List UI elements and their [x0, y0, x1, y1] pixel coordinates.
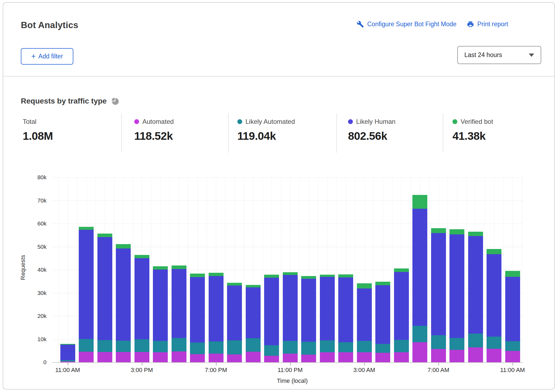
bar-segment-verified-bot[interactable] [412, 195, 427, 209]
bar-segment-likely-automated[interactable] [79, 339, 94, 352]
chart-bar[interactable] [116, 244, 131, 362]
chart-bar[interactable] [264, 275, 279, 362]
bar-segment-likely-automated[interactable] [227, 340, 242, 354]
chart-bar[interactable] [412, 195, 427, 362]
bar-segment-likely-human[interactable] [320, 277, 335, 340]
bar-segment-likely-automated[interactable] [172, 338, 186, 351]
bar-segment-likely-human[interactable] [79, 230, 94, 339]
bar-segment-automated[interactable] [209, 354, 224, 362]
bar-segment-automated[interactable] [431, 349, 446, 362]
bar-segment-automated[interactable] [172, 351, 186, 362]
bar-segment-verified-bot[interactable] [97, 234, 112, 237]
bar-segment-automated[interactable] [134, 352, 149, 363]
bar-segment-verified-bot[interactable] [431, 228, 446, 233]
bar-segment-verified-bot[interactable] [357, 283, 372, 288]
bar-segment-automated[interactable] [79, 352, 94, 362]
bar-segment-likely-human[interactable] [227, 285, 242, 340]
bar-segment-verified-bot[interactable] [505, 271, 520, 277]
bar-segment-verified-bot[interactable] [172, 265, 186, 269]
chart-bar[interactable] [357, 283, 372, 362]
bar-segment-likely-human[interactable] [338, 277, 353, 342]
bar-segment-likely-automated[interactable] [449, 338, 464, 350]
bar-segment-likely-automated[interactable] [375, 344, 390, 353]
bar-segment-automated[interactable] [116, 352, 131, 362]
bar-segment-automated[interactable] [487, 349, 501, 362]
bar-segment-likely-human[interactable] [264, 278, 279, 345]
time-range-select[interactable]: Last 24 hours [457, 46, 541, 64]
bar-segment-likely-automated[interactable] [153, 341, 168, 352]
bar-segment-likely-automated[interactable] [97, 340, 112, 352]
bar-segment-automated[interactable] [301, 355, 316, 362]
bar-segment-likely-human[interactable] [431, 233, 446, 335]
bar-segment-verified-bot[interactable] [375, 282, 390, 285]
bar-segment-likely-automated[interactable] [487, 337, 501, 349]
bar-segment-likely-human[interactable] [301, 279, 316, 342]
chart-bar[interactable] [209, 273, 224, 362]
chart-bar[interactable] [320, 275, 335, 362]
add-filter-button[interactable]: + Add filter [21, 48, 73, 65]
bar-segment-verified-bot[interactable] [227, 283, 242, 285]
bar-segment-likely-human[interactable] [449, 234, 464, 338]
chart-bar[interactable] [487, 249, 501, 362]
bar-segment-automated[interactable] [97, 352, 112, 362]
bar-segment-automated[interactable] [246, 352, 261, 362]
chart-bar[interactable] [153, 266, 168, 362]
chart-bar[interactable] [449, 229, 464, 362]
bar-segment-verified-bot[interactable] [487, 249, 501, 254]
bar-segment-verified-bot[interactable] [449, 229, 464, 234]
bar-segment-automated[interactable] [227, 354, 242, 362]
bar-segment-likely-human[interactable] [375, 285, 390, 344]
bar-segment-likely-automated[interactable] [338, 342, 353, 352]
chart-bar[interactable] [468, 232, 483, 362]
bar-segment-likely-automated[interactable] [320, 340, 335, 353]
bar-segment-likely-human[interactable] [468, 236, 483, 334]
bar-segment-likely-human[interactable] [487, 254, 501, 337]
bar-segment-automated[interactable] [153, 352, 168, 362]
bar-segment-likely-human[interactable] [283, 275, 298, 341]
bar-segment-automated[interactable] [468, 347, 483, 362]
print-report-link[interactable]: Print report [467, 21, 508, 28]
bar-segment-verified-bot[interactable] [190, 274, 205, 277]
bar-segment-likely-automated[interactable] [412, 326, 427, 342]
bar-segment-likely-automated[interactable] [357, 341, 372, 352]
bar-segment-automated[interactable] [283, 354, 298, 362]
chart-bar[interactable] [134, 255, 149, 362]
bar-segment-verified-bot[interactable] [283, 272, 298, 275]
bar-segment-likely-automated[interactable] [264, 345, 279, 356]
chart-bar[interactable] [60, 344, 75, 362]
bar-segment-automated[interactable] [357, 352, 372, 362]
bar-segment-likely-automated[interactable] [116, 341, 131, 352]
bar-segment-verified-bot[interactable] [79, 227, 94, 230]
bar-segment-verified-bot[interactable] [394, 268, 409, 272]
bar-segment-automated[interactable] [394, 352, 409, 362]
bar-segment-verified-bot[interactable] [134, 255, 149, 258]
chart-bar[interactable] [338, 274, 353, 362]
bar-segment-verified-bot[interactable] [209, 273, 224, 276]
chart-bar[interactable] [283, 272, 298, 362]
bar-segment-likely-automated[interactable] [468, 334, 483, 347]
bar-segment-likely-automated[interactable] [394, 340, 409, 352]
bar-segment-automated[interactable] [264, 356, 279, 362]
chart-bar[interactable] [246, 285, 261, 362]
bar-segment-likely-automated[interactable] [283, 341, 298, 354]
chart-bar[interactable] [301, 276, 316, 362]
bar-segment-likely-human[interactable] [505, 277, 520, 341]
bar-segment-likely-human[interactable] [97, 237, 112, 340]
chart-bar[interactable] [431, 228, 446, 362]
bar-segment-likely-automated[interactable] [505, 341, 520, 351]
bar-segment-verified-bot[interactable] [338, 274, 353, 277]
bar-segment-likely-human[interactable] [116, 248, 131, 341]
bar-segment-likely-human[interactable] [60, 345, 75, 360]
bar-segment-automated[interactable] [505, 351, 520, 362]
bar-segment-likely-automated[interactable] [190, 343, 205, 354]
bar-segment-verified-bot[interactable] [246, 285, 261, 287]
bar-segment-verified-bot[interactable] [320, 275, 335, 277]
bar-segment-automated[interactable] [375, 353, 390, 362]
bar-segment-likely-human[interactable] [209, 276, 224, 341]
bar-segment-likely-human[interactable] [153, 270, 168, 341]
bar-segment-likely-automated[interactable] [246, 338, 261, 352]
bar-segment-automated[interactable] [449, 350, 464, 362]
chart-bar[interactable] [172, 265, 186, 362]
bar-segment-likely-human[interactable] [190, 277, 205, 343]
chart-bar[interactable] [79, 227, 94, 362]
